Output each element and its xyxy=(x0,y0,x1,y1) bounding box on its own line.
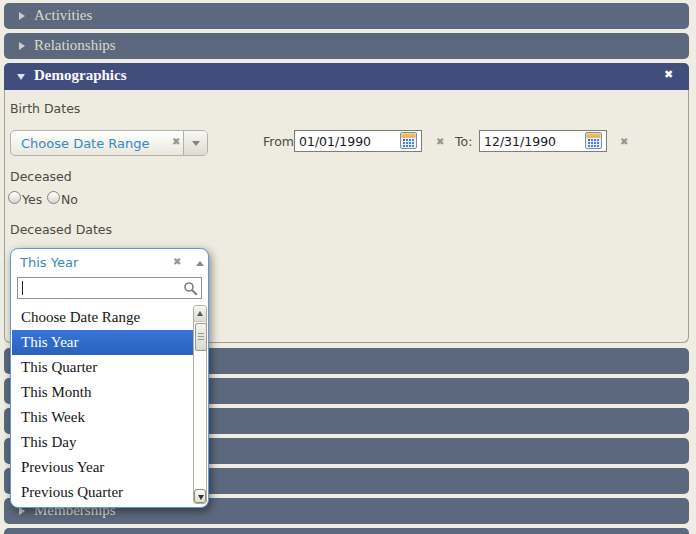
dropdown-search-input[interactable] xyxy=(17,277,202,299)
deceased-label: Deceased xyxy=(10,169,72,184)
from-label: From xyxy=(263,134,294,149)
accordion-section-bar[interactable] xyxy=(4,528,689,534)
clear-icon[interactable]: ✖ xyxy=(620,136,628,147)
expanded-arrow-icon xyxy=(17,74,25,80)
dropdown-option[interactable]: Previous Year xyxy=(12,455,203,480)
close-icon[interactable]: ✖ xyxy=(664,68,673,81)
section-label: Activities xyxy=(34,7,92,24)
clear-icon[interactable]: ✖ xyxy=(436,136,444,147)
dropdown-option[interactable]: Choose Date Range xyxy=(12,305,203,330)
scrollbar-thumb[interactable] xyxy=(195,323,207,351)
chevron-down-icon xyxy=(192,141,200,146)
text-caret xyxy=(22,281,23,295)
scroll-up-icon[interactable] xyxy=(194,306,206,322)
accordion-section-relationships[interactable]: Relationships xyxy=(4,33,689,59)
deceased-no-label[interactable]: No xyxy=(61,192,78,207)
chevron-up-icon[interactable] xyxy=(196,261,204,266)
calendar-icon[interactable] xyxy=(585,132,602,149)
deceased-dates-selected-value: This Year xyxy=(20,255,78,270)
to-label: To: xyxy=(455,134,472,149)
dropdown-option-selected[interactable]: This Year xyxy=(12,330,203,355)
section-label: Relationships xyxy=(34,37,116,54)
collapsed-arrow-icon xyxy=(19,12,25,20)
clear-icon[interactable]: ✖ xyxy=(173,256,181,267)
section-title: Demographics xyxy=(34,67,127,84)
clear-icon[interactable]: ✖ xyxy=(172,136,180,147)
deceased-dates-label: Deceased Dates xyxy=(10,222,112,237)
dropdown-scrollbar[interactable] xyxy=(193,305,207,504)
dropdown-option[interactable]: This Quarter xyxy=(12,355,203,380)
scroll-down-icon[interactable] xyxy=(194,489,206,503)
birth-date-range-value: Choose Date Range xyxy=(21,136,150,151)
dropdown-option[interactable]: This Week xyxy=(12,405,203,430)
collapsed-arrow-icon xyxy=(19,507,25,515)
calendar-icon[interactable] xyxy=(400,132,417,149)
collapsed-arrow-icon xyxy=(19,42,25,50)
deceased-yes-radio[interactable] xyxy=(8,191,21,204)
birth-date-range-select[interactable]: Choose Date Range ✖ xyxy=(10,130,208,156)
birth-dates-label: Birth Dates xyxy=(10,101,80,116)
screen: Activities Relationships Demographics ✖ … xyxy=(0,0,696,534)
dropdown-option[interactable]: This Month xyxy=(12,380,203,405)
search-icon xyxy=(183,281,198,300)
accordion-header-demographics[interactable]: Demographics ✖ xyxy=(4,63,689,90)
dropdown-option[interactable]: Previous Quarter xyxy=(12,480,203,505)
dropdown-toggle-button[interactable] xyxy=(183,131,207,155)
accordion-section-activities[interactable]: Activities xyxy=(4,3,689,29)
dropdown-option[interactable]: This Day xyxy=(12,430,203,455)
deceased-yes-label[interactable]: Yes xyxy=(22,192,42,207)
deceased-dates-dropdown[interactable]: This Year ✖ Choose Date Range This Year … xyxy=(10,248,209,508)
deceased-no-radio[interactable] xyxy=(47,191,60,204)
